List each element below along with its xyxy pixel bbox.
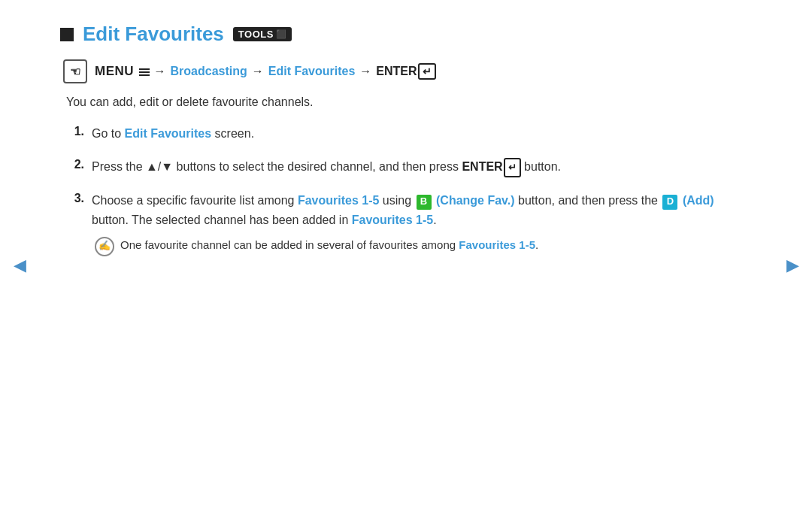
- menu-lines-icon: [139, 68, 150, 76]
- cyan-d-badge: D: [662, 195, 677, 210]
- step-3-link1[interactable]: Favourites 1-5: [298, 194, 379, 207]
- note-text-before: One favourite channel can be added in se…: [120, 238, 459, 251]
- note-content: One favourite channel can be added in se…: [120, 236, 538, 254]
- nav-arrow-left[interactable]: ◀: [9, 255, 30, 276]
- step-3-link3[interactable]: (Add): [683, 194, 714, 207]
- green-b-badge: B: [417, 195, 432, 210]
- step-2-bold: ENTER↵: [462, 160, 520, 173]
- left-arrow-icon: ◀: [14, 256, 26, 275]
- breadcrumb-edit-favourites[interactable]: Edit Favourites: [268, 65, 356, 78]
- enter-badge: ENTER ↵: [376, 63, 435, 80]
- step-3-row: 3. Choose a specific favourite list amon…: [66, 191, 752, 256]
- step-3-link4[interactable]: Favourites 1-5: [352, 214, 433, 226]
- steps-container: 1. Go to Edit Favourites screen. 2. Pres…: [66, 124, 752, 256]
- menu-icon-box: ☜: [63, 59, 87, 83]
- step-3-text-before: Choose a specific favourite list among: [92, 194, 298, 207]
- step-3-number: 3.: [66, 191, 84, 205]
- enter-icon: ↵: [418, 63, 436, 80]
- step-3-link2[interactable]: (Change Fav.): [436, 194, 515, 207]
- right-arrow-icon: ▶: [786, 256, 799, 275]
- title-square-icon: [60, 28, 74, 41]
- breadcrumb-row: ☜ MENU → Broadcasting → Edit Favourites …: [63, 59, 752, 83]
- step-2-number: 2.: [66, 157, 84, 171]
- step-3-content: Choose a specific favourite list among F…: [92, 191, 752, 256]
- step-2-text-after: button.: [521, 160, 561, 173]
- step-3-text-mid1: using: [379, 194, 414, 207]
- nav-arrow-right[interactable]: ▶: [782, 255, 803, 276]
- step-2-text-before: Press the ▲/▼ buttons to select the desi…: [92, 160, 462, 173]
- menu-line-2: [139, 71, 150, 73]
- breadcrumb-arrow-3: →: [359, 65, 371, 78]
- description-text: You can add, edit or delete favourite ch…: [66, 95, 752, 109]
- breadcrumb-menu-label: MENU: [95, 64, 150, 79]
- menu-line-1: [139, 68, 150, 70]
- step-2-row: 2. Press the ▲/▼ buttons to select the d…: [66, 157, 752, 178]
- step-3-text-mid3: button. The selected channel has been ad…: [92, 214, 352, 226]
- note-icon: ✍: [95, 237, 114, 256]
- note-link[interactable]: Favourites 1-5: [459, 238, 535, 251]
- breadcrumb-broadcasting[interactable]: Broadcasting: [171, 65, 247, 78]
- breadcrumb-arrow-2: →: [252, 65, 264, 78]
- step-1-text-after: screen.: [211, 127, 254, 140]
- step-3-text-end: .: [433, 214, 436, 226]
- note-text-after: .: [535, 238, 538, 251]
- note-row: ✍ One favourite channel can be added in …: [95, 236, 752, 256]
- tools-label: TOOLS: [238, 29, 274, 40]
- page-container: ◀ ▶ Edit Favourites TOOLS ⬛ ☜ MENU → Bro…: [0, 0, 812, 530]
- step-2-content: Press the ▲/▼ buttons to select the desi…: [92, 157, 752, 178]
- menu-line-3: [139, 74, 150, 76]
- enter-text: ENTER: [376, 65, 417, 78]
- title-row: Edit Favourites TOOLS ⬛: [60, 23, 752, 46]
- tools-badge: TOOLS ⬛: [233, 27, 292, 41]
- step-1-number: 1.: [66, 124, 84, 138]
- menu-hand-icon: ☜: [70, 65, 80, 79]
- page-title: Edit Favourites: [83, 23, 224, 46]
- step-1-row: 1. Go to Edit Favourites screen.: [66, 124, 752, 144]
- step-1-link[interactable]: Edit Favourites: [125, 127, 212, 140]
- menu-text: MENU: [95, 64, 134, 78]
- tools-icon: ⬛: [276, 29, 287, 39]
- step-1-content: Go to Edit Favourites screen.: [92, 124, 752, 144]
- step-1-text-before: Go to: [92, 127, 125, 140]
- step-3-text-mid2: button, and then press the: [515, 194, 662, 207]
- breadcrumb-arrow-1: →: [154, 65, 166, 78]
